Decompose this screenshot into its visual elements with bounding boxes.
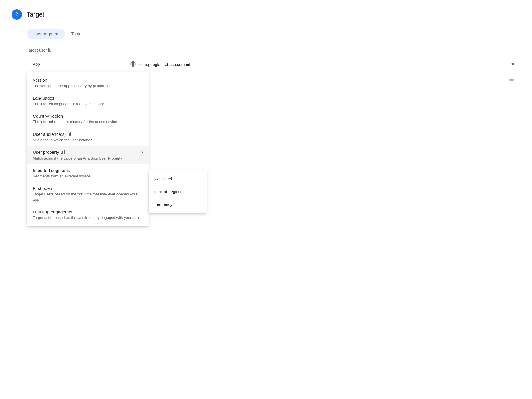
condition-row: and Version The version of the app (can … (27, 72, 520, 88)
country-desc: The inferred region or country for the u… (33, 119, 143, 125)
user-audiences-title: User audience(s) (33, 132, 143, 137)
step2-number: 2 (16, 12, 18, 17)
version-desc: The version of the app (can vary by plat… (33, 83, 143, 89)
section-group: App com.google.firebase.summit ▼ and (27, 57, 520, 88)
dropdown-item-user-audiences[interactable]: User audience(s) Audience to which the u… (27, 128, 149, 146)
user-property-submenu: skill_level current_region frequency (149, 170, 207, 213)
chevron-right-icon: › (141, 150, 143, 155)
tab-user-segment[interactable]: User segment (27, 29, 65, 39)
target-user-label: Target user if... (27, 48, 520, 52)
last-engagement-desc: Target users based on the last time they… (33, 215, 143, 220)
dropdown-item-country[interactable]: Country/Region The inferred region or co… (27, 110, 149, 128)
submenu-item-skill-level[interactable]: skill_level (149, 173, 207, 185)
app-select[interactable]: com.google.firebase.summit ▼ (125, 57, 520, 72)
bar-chart-icon-property (61, 150, 65, 154)
and-label: and (508, 78, 514, 82)
dropdown-item-languages[interactable]: Languages The inferred language for the … (27, 92, 149, 110)
app-label: App (27, 57, 125, 72)
last-engagement-title: Last app engagement (33, 209, 143, 214)
submenu-item-frequency[interactable]: frequency (149, 198, 207, 211)
dropdown-item-user-property[interactable]: User property › Match against the val (27, 146, 149, 164)
content-area: User segment Topic Target user if... App… (27, 29, 520, 193)
dropdown-item-last-engagement[interactable]: Last app engagement Target users based o… (27, 206, 149, 224)
bar-chart-icon-audiences (68, 132, 71, 136)
page: 2 Target User segment Topic Target user … (0, 0, 532, 399)
first-open-title: First open (33, 186, 143, 191)
first-open-desc: Target users based on the first time tha… (33, 192, 143, 202)
languages-title: Languages (33, 96, 143, 100)
imported-segments-title: Imported segments (33, 168, 143, 173)
user-property-title: User property › (33, 150, 143, 155)
step2-header: 2 Target (12, 9, 520, 20)
user-property-desc: Match against the value of an Analytics … (33, 156, 143, 161)
country-title: Country/Region (33, 114, 143, 118)
languages-desc: The inferred language for the user's dev… (33, 101, 143, 107)
app-row: App com.google.firebase.summit ▼ (27, 57, 520, 72)
user-audiences-desc: Audience to which the user belongs (33, 138, 143, 143)
step2-circle: 2 (12, 9, 22, 20)
app-dropdown-arrow[interactable]: ▼ (510, 61, 515, 67)
step2-title: Target (27, 11, 44, 18)
dropdown-item-imported-segments[interactable]: Imported segments Segments from an exter… (27, 164, 149, 182)
app-value: com.google.firebase.summit (139, 62, 507, 67)
imported-segments-desc: Segments from an external source (33, 174, 143, 179)
android-icon (130, 61, 136, 68)
tab-topic[interactable]: Topic (65, 29, 87, 39)
dropdown-item-version[interactable]: Version The version of the app (can vary… (27, 74, 149, 92)
version-title: Version (33, 78, 143, 83)
tabs-container: User segment Topic (27, 29, 520, 39)
dropdown-menu: Version The version of the app (can vary… (27, 72, 149, 226)
submenu-item-current-region[interactable]: current_region (149, 185, 207, 198)
dropdown-item-first-open[interactable]: First open Target users based on the fir… (27, 182, 149, 206)
